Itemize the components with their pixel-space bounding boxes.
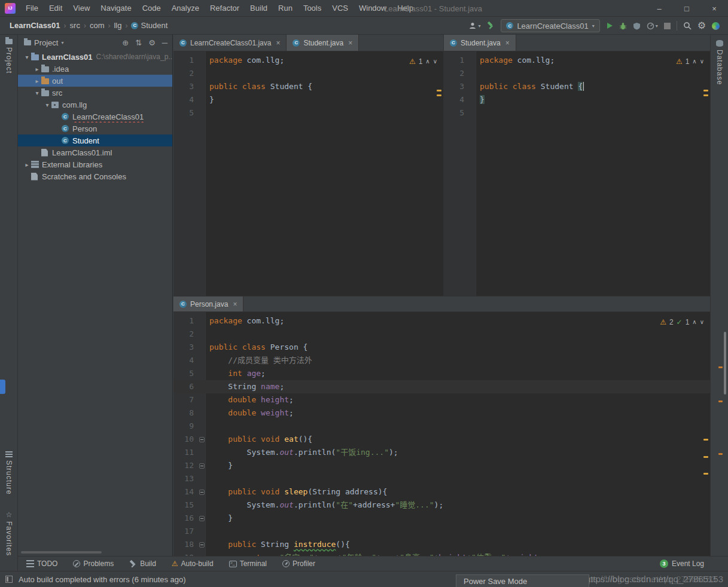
maximize-button[interactable]: □: [673, 0, 700, 17]
editor-tab-person-java[interactable]: CPerson.java×: [173, 296, 243, 311]
toolwindow-structure-button[interactable]: Structure: [0, 448, 18, 495]
tree-item-student[interactable]: CStudent: [18, 134, 172, 146]
power-save-popup[interactable]: Power Save Mode: [456, 574, 589, 587]
editor-student-left[interactable]: ⚠1 ∧ ∨ 1package com.llg;23public class S…: [173, 51, 443, 296]
inspection-widget[interactable]: ⚠1 ∧ ∨: [409, 55, 437, 68]
coverage-button[interactable]: [633, 22, 641, 30]
breadcrumb-src[interactable]: src: [70, 21, 80, 30]
toolwindow-database-button[interactable]: Database: [711, 37, 728, 85]
close-icon[interactable]: ×: [348, 39, 352, 47]
breadcrumb-llg[interactable]: llg: [114, 21, 121, 30]
menu-view[interactable]: View: [68, 0, 95, 17]
inspection-widget[interactable]: ⚠1 ∧ ∨: [676, 55, 704, 68]
breadcrumb-student[interactable]: CStudent: [131, 21, 167, 30]
prev-problem-icon[interactable]: ∧: [692, 316, 696, 329]
fold-close-icon[interactable]: [199, 516, 205, 521]
tree-item-com-llg[interactable]: ▾com.llg: [18, 99, 172, 111]
expand-arrow[interactable]: ▾: [33, 90, 41, 96]
menu-analyze[interactable]: Analyze: [166, 0, 205, 17]
tree-item-idea[interactable]: ▸.idea: [18, 63, 172, 75]
error-stripe-mark[interactable]: [437, 90, 441, 91]
tree-item-learncreateclass01[interactable]: CLearnCreateClass01: [18, 111, 172, 123]
toolwindow-favorites-button[interactable]: ☆ Favorites: [0, 508, 18, 556]
close-icon[interactable]: ×: [233, 300, 237, 308]
page-scrollbar-thumb[interactable]: [724, 332, 726, 395]
search-everywhere-icon[interactable]: [683, 22, 692, 30]
expand-arrow[interactable]: ▾: [23, 54, 31, 60]
run-config-select[interactable]: C LearnCreateClass01 ▾: [501, 19, 599, 32]
minimize-button[interactable]: –: [645, 0, 673, 17]
menu-build[interactable]: Build: [245, 0, 273, 17]
next-problem-icon[interactable]: ∨: [700, 55, 704, 68]
toolwindow-auto-build-button[interactable]: ⚠Auto-build: [172, 560, 214, 568]
error-stripe-mark[interactable]: [437, 94, 441, 96]
menu-refactor[interactable]: Refactor: [205, 0, 245, 17]
project-panel-title[interactable]: Project: [34, 38, 58, 47]
close-icon[interactable]: ×: [505, 39, 510, 47]
editor-tab-student-java[interactable]: CStudent.java×: [444, 35, 516, 51]
tree-item-external-libraries[interactable]: ▸External Libraries: [18, 158, 172, 170]
fold-open-icon[interactable]: [199, 437, 205, 442]
fold-open-icon[interactable]: [199, 490, 205, 495]
horizontal-scrollbar-thumb[interactable]: [21, 551, 102, 554]
close-button[interactable]: ×: [700, 0, 728, 17]
prev-problem-icon[interactable]: ∧: [692, 55, 696, 68]
menu-run[interactable]: Run: [273, 0, 298, 17]
toolwindow-toggle-icon[interactable]: [5, 576, 13, 583]
expand-arrow[interactable]: ▸: [33, 66, 41, 72]
breadcrumb-com[interactable]: com: [90, 21, 105, 30]
run-button[interactable]: [606, 22, 613, 29]
hide-panel-icon[interactable]: ─: [162, 38, 167, 47]
tree-item-person[interactable]: CPerson: [18, 123, 172, 134]
settings-icon[interactable]: ⚙: [697, 21, 706, 30]
toolwindow-todo-button[interactable]: TODO: [26, 560, 57, 568]
event-log-button[interactable]: 3 Event Log: [660, 560, 704, 568]
expand-arrow[interactable]: ▾: [43, 102, 51, 108]
locate-file-icon[interactable]: ⊕: [122, 38, 129, 47]
error-stripe-mark[interactable]: [703, 456, 708, 458]
tree-item-learnclass01-iml[interactable]: LearnClass01.iml: [18, 146, 172, 158]
close-icon[interactable]: ×: [276, 39, 280, 47]
menu-edit[interactable]: Edit: [44, 0, 68, 17]
error-stripe-mark[interactable]: [703, 439, 708, 441]
menu-code[interactable]: Code: [137, 0, 166, 17]
error-stripe-mark[interactable]: [703, 94, 708, 96]
ide-plugin-icon[interactable]: [712, 22, 720, 30]
user-icon[interactable]: ▾: [468, 22, 480, 30]
side-badge[interactable]: [0, 380, 5, 394]
toolwindow-project-button[interactable]: Project: [0, 36, 18, 74]
breadcrumb-learnclass01[interactable]: LearnClass01: [10, 21, 60, 30]
menu-vcs[interactable]: VCS: [327, 0, 354, 17]
editor-tab-student-java[interactable]: CStudent.java×: [287, 35, 359, 51]
profiler-button[interactable]: ▾: [647, 22, 658, 30]
tree-item-src[interactable]: ▾src: [18, 87, 172, 99]
expand-arrow[interactable]: ▸: [23, 161, 31, 168]
editor-student-right[interactable]: ⚠1 ∧ ∨ 1package com.llg;23public class S…: [444, 51, 710, 296]
debug-button[interactable]: [619, 22, 627, 30]
inspection-widget[interactable]: ⚠2 ✓1 ∧ ∨: [660, 316, 704, 329]
fold-open-icon[interactable]: [199, 542, 205, 548]
next-problem-icon[interactable]: ∨: [700, 316, 704, 329]
fold-close-icon[interactable]: [199, 463, 205, 469]
collapse-all-icon[interactable]: ⇅: [135, 38, 142, 47]
editor-person[interactable]: ⚠2 ✓1 ∧ ∨ 1package com.llg;23public clas…: [173, 312, 710, 556]
next-problem-icon[interactable]: ∨: [433, 55, 437, 68]
stop-button[interactable]: [664, 23, 671, 29]
toolwindow-profiler-button[interactable]: Profiler: [282, 560, 315, 568]
tree-item-learnclass01[interactable]: ▾LearnClass01C:\shared\learn\java_p...: [18, 51, 172, 63]
menu-file[interactable]: File: [20, 0, 44, 17]
panel-settings-icon[interactable]: ⚙: [148, 38, 156, 47]
tree-item-scratches-and-consoles[interactable]: Scratches and Consoles: [18, 170, 172, 182]
error-stripe-mark[interactable]: [703, 90, 708, 91]
menu-tools[interactable]: Tools: [298, 0, 327, 17]
prev-problem-icon[interactable]: ∧: [425, 55, 430, 68]
toolwindow-terminal-button[interactable]: Terminal: [229, 560, 267, 568]
expand-arrow[interactable]: ▸: [33, 78, 41, 84]
error-stripe-mark[interactable]: [703, 473, 708, 475]
chevron-down-icon[interactable]: ▾: [61, 40, 63, 45]
menu-navigate[interactable]: Navigate: [95, 0, 136, 17]
toolwindow-build-button[interactable]: Build: [129, 560, 156, 568]
toolwindow-problems-button[interactable]: Problems: [73, 560, 114, 568]
build-project-icon[interactable]: [486, 22, 495, 30]
editor-tab-learncreateclass01-java[interactable]: CLearnCreateClass01.java×: [173, 35, 287, 51]
